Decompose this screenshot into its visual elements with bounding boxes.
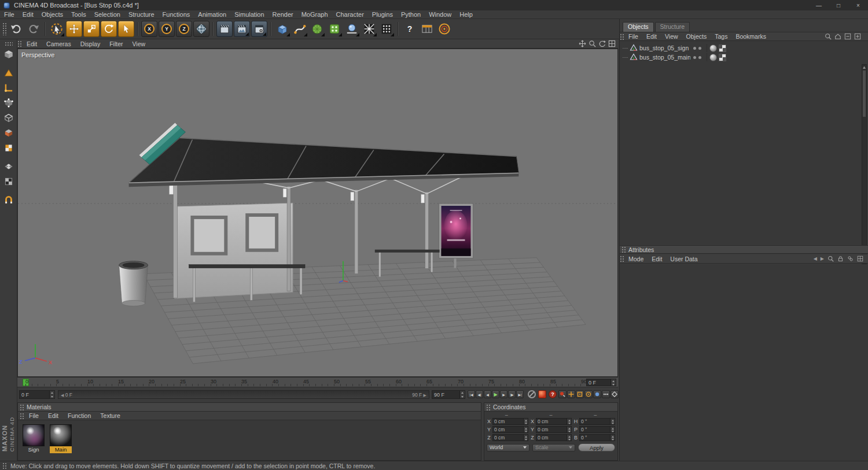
material-sign-preview[interactable] (23, 424, 45, 446)
menu-simulation[interactable]: Simulation (230, 11, 268, 18)
rot-p-input[interactable]: 0 ° (579, 426, 615, 433)
size-y-stepper[interactable] (567, 427, 571, 432)
record-rotation-button[interactable] (584, 390, 593, 398)
camera-zoom-icon[interactable] (589, 40, 596, 47)
workplane-button[interactable] (378, 21, 395, 37)
mat-menu-edit[interactable]: Edit (43, 412, 63, 419)
pos-x-input[interactable]: 0 cm (492, 418, 528, 425)
vp-menu-cameras[interactable]: Cameras (42, 40, 76, 47)
range-start-stepper[interactable] (49, 391, 54, 398)
menu-selection[interactable]: Selection (90, 11, 124, 18)
range-start-input[interactable]: 0 F (19, 390, 55, 399)
camera-pan-icon[interactable] (579, 40, 586, 47)
preview-range-slider[interactable]: ◀ 0 F 90 F ▶ (58, 390, 429, 399)
lock-x-axis-button[interactable]: X (141, 21, 157, 37)
menu-python[interactable]: Python (397, 11, 425, 18)
record-position-button[interactable] (567, 390, 575, 398)
attr-menu-mode[interactable]: Mode (624, 256, 648, 262)
material-main[interactable]: Main (50, 424, 73, 453)
next-frame-button[interactable]: ▶ (500, 390, 507, 398)
attr-nav-forward-icon[interactable]: ▶ (821, 256, 824, 261)
coordinate-space-dropdown[interactable]: World (487, 444, 529, 452)
goto-end-button[interactable]: ▶| (516, 390, 524, 398)
viewport-canvas[interactable]: X Z (18, 49, 617, 376)
render-visibility-dot[interactable] (698, 56, 701, 59)
object-axis-mode-button[interactable] (2, 81, 16, 95)
camera-rotate-icon[interactable] (598, 40, 606, 47)
vp-menu-filter[interactable]: Filter (105, 40, 127, 47)
polygons-mode-button[interactable] (2, 126, 16, 140)
next-key-button[interactable]: |▶ (508, 390, 516, 398)
tab-structure[interactable]: Structure (655, 22, 690, 32)
coordinates-drag-handle[interactable] (486, 404, 491, 410)
mat-menu-function[interactable]: Function (63, 412, 95, 419)
snapping-button[interactable] (361, 21, 377, 37)
object-row-main[interactable]: bus_stop_05_main (620, 53, 868, 62)
range-right-handle[interactable]: ▶ (424, 393, 426, 397)
apply-button[interactable]: Apply (578, 443, 615, 452)
menu-edit[interactable]: Edit (19, 11, 38, 18)
goto-start-button[interactable]: |◀ (468, 390, 475, 398)
status-drag-handle[interactable] (2, 462, 7, 469)
menu-functions[interactable]: Functions (159, 11, 194, 18)
size-x-input[interactable]: 0 cm (536, 418, 572, 425)
redo-button[interactable] (25, 21, 42, 37)
rot-b-input[interactable]: 0 ° (579, 434, 615, 441)
scroll-up-arrow[interactable] (863, 66, 866, 69)
range-end-stepper[interactable] (459, 391, 465, 398)
phong-tag[interactable] (709, 54, 717, 61)
enable-snap-button[interactable] (2, 193, 16, 207)
points-mode-button[interactable] (2, 96, 16, 110)
mat-menu-texture[interactable]: Texture (95, 412, 124, 419)
visibility-toggles[interactable] (690, 56, 704, 59)
attr-menu-edit[interactable]: Edit (648, 256, 666, 262)
attr-menu-userdata[interactable]: User Data (666, 256, 701, 262)
menu-help[interactable]: Help (455, 11, 477, 18)
menu-render[interactable]: Render (269, 11, 297, 18)
om-menu-objects[interactable]: Objects (682, 33, 711, 40)
range-left-handle[interactable]: ◀ (61, 393, 64, 397)
materials-drag-handle[interactable] (20, 404, 24, 410)
coordinate-mode-dropdown[interactable]: Scale (532, 444, 575, 452)
palette-drag-handle[interactable] (5, 42, 13, 46)
om-menu-edit[interactable]: Edit (642, 33, 661, 40)
viewport-label[interactable]: Perspective (21, 51, 54, 58)
edges-mode-button[interactable] (2, 111, 16, 125)
attr-lock-icon[interactable] (837, 256, 844, 262)
add-subdivision-surface-button[interactable] (309, 21, 325, 37)
shelter-wall[interactable] (174, 203, 293, 298)
lock-y-axis-button[interactable]: Y (159, 21, 175, 37)
last-tool-button[interactable] (118, 21, 134, 37)
add-environment-button[interactable] (344, 21, 360, 37)
add-mograph-cloner-button[interactable] (326, 21, 343, 37)
toolbar-drag-handle[interactable] (2, 23, 7, 35)
shelter-roof[interactable] (129, 138, 519, 187)
om-search-icon[interactable] (825, 33, 832, 40)
record-active-objects-button[interactable] (538, 390, 546, 398)
maximize-button[interactable]: □ (829, 0, 848, 10)
om-menu-tags[interactable]: Tags (711, 33, 731, 40)
menu-animation[interactable]: Animation (194, 11, 230, 18)
help-button[interactable]: ? (402, 21, 418, 37)
menu-plugins[interactable]: Plugins (368, 11, 397, 18)
size-z-stepper[interactable] (567, 435, 571, 441)
object-name[interactable]: bus_stop_05_sign (639, 45, 690, 51)
pos-z-input[interactable]: 0 cm (492, 434, 528, 441)
om-menu-file[interactable]: File (624, 33, 642, 40)
pos-y-input[interactable]: 0 cm (492, 426, 528, 433)
editor-visibility-dot[interactable] (693, 47, 696, 50)
om-home-icon[interactable] (834, 33, 841, 40)
toggle-view-icon[interactable] (608, 40, 616, 47)
prev-frame-button[interactable]: ◀ (484, 390, 491, 398)
texture-tag[interactable] (719, 54, 726, 61)
interactive-render-region-button[interactable] (436, 21, 453, 37)
minimize-button[interactable]: — (809, 0, 829, 10)
record-keyframe-button[interactable] (558, 390, 567, 398)
keyframe-selection-button[interactable] (610, 390, 619, 398)
add-spline-button[interactable] (292, 21, 308, 37)
material-main-preview[interactable] (50, 424, 72, 446)
attr-link-icon[interactable] (847, 256, 854, 262)
record-parameter-button[interactable] (593, 390, 601, 398)
object-tree-scrollbar[interactable] (862, 64, 867, 264)
menu-objects[interactable]: Objects (38, 11, 67, 18)
